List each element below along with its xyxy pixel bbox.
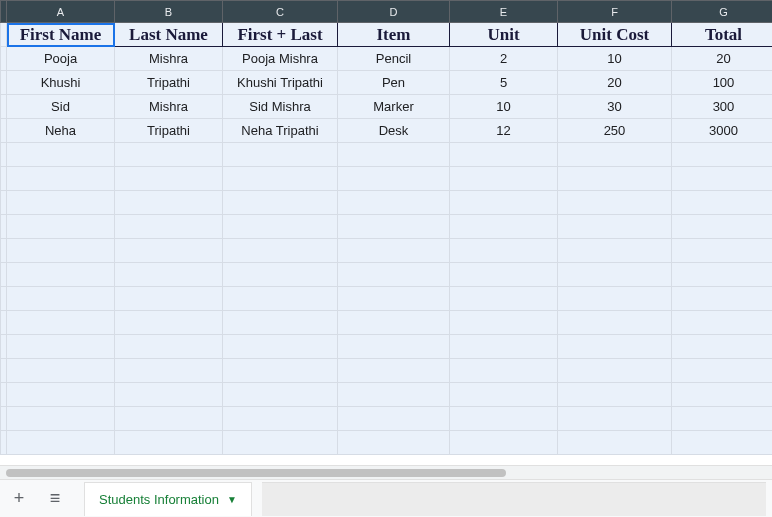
cell[interactable] (7, 383, 115, 407)
cell[interactable] (672, 239, 773, 263)
cell[interactable] (338, 215, 450, 239)
cell[interactable] (115, 287, 223, 311)
cell[interactable] (672, 311, 773, 335)
cell[interactable]: Mishra (115, 95, 223, 119)
cell[interactable] (338, 383, 450, 407)
cell[interactable]: Marker (338, 95, 450, 119)
cell[interactable]: Neha (7, 119, 115, 143)
cell[interactable]: 20 (558, 71, 672, 95)
all-sheets-button[interactable]: ≡ (42, 486, 68, 512)
cell[interactable] (558, 383, 672, 407)
cell[interactable] (450, 335, 558, 359)
cell[interactable] (338, 311, 450, 335)
column-header-A[interactable]: A (7, 1, 115, 23)
cell[interactable] (223, 359, 338, 383)
cell[interactable]: First Name (7, 23, 115, 47)
cell[interactable] (450, 431, 558, 455)
cell[interactable] (558, 191, 672, 215)
cell[interactable]: Mishra (115, 47, 223, 71)
cell[interactable] (450, 191, 558, 215)
cell[interactable] (672, 143, 773, 167)
cell[interactable] (115, 167, 223, 191)
column-header-G[interactable]: G (672, 1, 773, 23)
cell[interactable] (338, 143, 450, 167)
cell[interactable]: Tripathi (115, 71, 223, 95)
cell[interactable] (450, 263, 558, 287)
cell[interactable] (223, 287, 338, 311)
horizontal-scrollbar[interactable] (0, 465, 772, 479)
cell[interactable]: 30 (558, 95, 672, 119)
cell[interactable]: Khushi (7, 71, 115, 95)
cell[interactable] (115, 335, 223, 359)
cell[interactable]: Khushi Tripathi (223, 71, 338, 95)
cell[interactable] (223, 311, 338, 335)
cell[interactable]: Pencil (338, 47, 450, 71)
cell[interactable] (7, 263, 115, 287)
cell[interactable] (450, 359, 558, 383)
cell[interactable]: Item (338, 23, 450, 47)
cell[interactable]: 12 (450, 119, 558, 143)
cell[interactable] (7, 407, 115, 431)
cell[interactable] (223, 407, 338, 431)
cell[interactable] (7, 287, 115, 311)
cell[interactable] (450, 143, 558, 167)
cell[interactable] (558, 263, 672, 287)
cell[interactable] (558, 335, 672, 359)
cell[interactable] (223, 263, 338, 287)
cell[interactable] (672, 215, 773, 239)
cell[interactable] (558, 167, 672, 191)
column-header-F[interactable]: F (558, 1, 672, 23)
cell[interactable] (558, 239, 672, 263)
cell[interactable] (115, 191, 223, 215)
cell[interactable] (115, 143, 223, 167)
spreadsheet-grid[interactable]: ABCDEFG First NameLast NameFirst + LastI… (0, 0, 772, 465)
column-header-D[interactable]: D (338, 1, 450, 23)
cell[interactable] (223, 431, 338, 455)
cell[interactable]: 10 (558, 47, 672, 71)
cell[interactable] (558, 431, 672, 455)
cell[interactable] (338, 287, 450, 311)
cell[interactable] (672, 167, 773, 191)
cell[interactable] (223, 215, 338, 239)
cell[interactable]: Sid (7, 95, 115, 119)
cell[interactable] (223, 335, 338, 359)
cell[interactable] (450, 239, 558, 263)
cell[interactable] (223, 383, 338, 407)
cell[interactable] (115, 239, 223, 263)
column-header-E[interactable]: E (450, 1, 558, 23)
cell[interactable] (7, 191, 115, 215)
scrollbar-thumb[interactable] (6, 469, 506, 477)
cell[interactable] (672, 431, 773, 455)
cell[interactable]: Unit (450, 23, 558, 47)
cell[interactable] (672, 263, 773, 287)
cell[interactable] (115, 431, 223, 455)
add-sheet-button[interactable]: + (6, 486, 32, 512)
cell[interactable] (672, 407, 773, 431)
cell[interactable] (450, 311, 558, 335)
cell[interactable] (115, 383, 223, 407)
cell[interactable] (223, 239, 338, 263)
cell[interactable]: 3000 (672, 119, 773, 143)
cell[interactable] (558, 407, 672, 431)
cell[interactable]: 5 (450, 71, 558, 95)
cell[interactable] (672, 335, 773, 359)
cell[interactable] (115, 407, 223, 431)
cell[interactable] (7, 239, 115, 263)
cell[interactable] (338, 239, 450, 263)
cell[interactable]: Pooja Mishra (223, 47, 338, 71)
cell[interactable] (338, 167, 450, 191)
cell[interactable]: 20 (672, 47, 773, 71)
cell[interactable] (558, 287, 672, 311)
cell[interactable]: First + Last (223, 23, 338, 47)
cell[interactable] (672, 359, 773, 383)
sheet-tab-active[interactable]: Students Information ▼ (84, 482, 252, 516)
cell[interactable]: Unit Cost (558, 23, 672, 47)
cell[interactable] (672, 383, 773, 407)
cell[interactable] (338, 431, 450, 455)
cell[interactable] (450, 215, 558, 239)
cell[interactable]: Sid Mishra (223, 95, 338, 119)
cell[interactable] (115, 263, 223, 287)
cell[interactable] (338, 335, 450, 359)
cell[interactable] (115, 311, 223, 335)
column-header-B[interactable]: B (115, 1, 223, 23)
